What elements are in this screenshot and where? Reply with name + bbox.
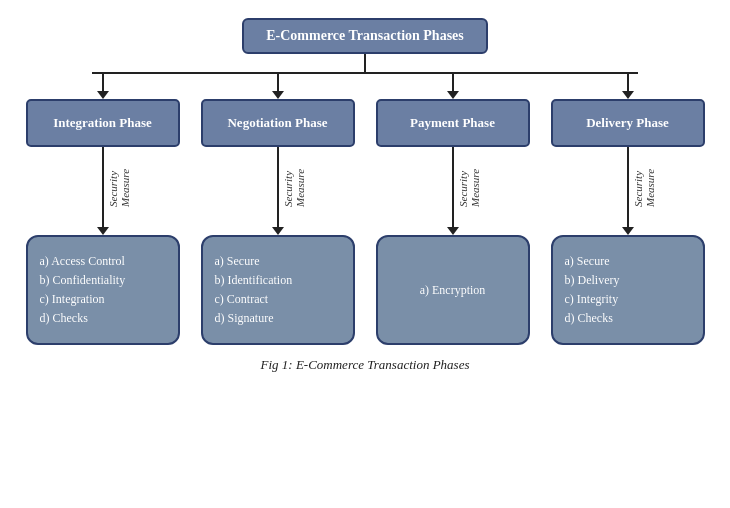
- security-connector-integration: SecurityMeasure: [26, 147, 180, 227]
- phase-box-payment: Payment Phase: [376, 99, 530, 147]
- branches-row: Integration Phase SecurityMeasure a) Acc…: [15, 74, 715, 345]
- security-section-integration: SecurityMeasure: [26, 147, 180, 235]
- branch-negotiation: Negotiation Phase SecurityMeasure a) Sec…: [201, 74, 355, 345]
- branch-payment: Payment Phase SecurityMeasure a) Encrypt…: [376, 74, 530, 345]
- branch-line-integration: [102, 74, 104, 92]
- detail-negotiation-d: d) Signature: [215, 311, 341, 326]
- branch-integration: Integration Phase SecurityMeasure a) Acc…: [26, 74, 180, 345]
- arrow-security-integration: [97, 227, 109, 235]
- security-label-payment: SecurityMeasure: [457, 151, 481, 225]
- diagram-container: E-Commerce Transaction Phases Integratio…: [5, 0, 725, 383]
- security-section-payment: SecurityMeasure: [376, 147, 530, 235]
- arrow-security-delivery: [622, 227, 634, 235]
- security-connector-delivery: SecurityMeasure: [551, 147, 705, 227]
- detail-box-negotiation: a) Secure b) Identification c) Contract …: [201, 235, 355, 345]
- detail-delivery-a: a) Secure: [565, 254, 691, 269]
- horizontal-line: [15, 72, 715, 74]
- security-connector-negotiation: SecurityMeasure: [201, 147, 355, 227]
- arrow-payment: [447, 91, 459, 99]
- branch-line-negotiation: [277, 74, 279, 92]
- detail-payment-a: a) Encryption: [420, 283, 486, 298]
- detail-integration-a: a) Access Control: [40, 254, 166, 269]
- arrow-negotiation: [272, 91, 284, 99]
- detail-integration-b: b) Confidentiality: [40, 273, 166, 288]
- detail-negotiation-a: a) Secure: [215, 254, 341, 269]
- detail-delivery-d: d) Checks: [565, 311, 691, 326]
- security-label-integration: SecurityMeasure: [107, 151, 131, 225]
- phase-box-delivery: Delivery Phase: [551, 99, 705, 147]
- detail-integration-c: c) Integration: [40, 292, 166, 307]
- root-line-down: [364, 54, 366, 72]
- v-line-payment: [452, 147, 454, 227]
- security-label-delivery: SecurityMeasure: [632, 151, 656, 225]
- arrow-security-negotiation: [272, 227, 284, 235]
- arrow-security-payment: [447, 227, 459, 235]
- detail-delivery-b: b) Delivery: [565, 273, 691, 288]
- v-line-delivery: [627, 147, 629, 227]
- detail-negotiation-c: c) Contract: [215, 292, 341, 307]
- security-section-delivery: SecurityMeasure: [551, 147, 705, 235]
- security-label-negotiation: SecurityMeasure: [282, 151, 306, 225]
- arrow-integration: [97, 91, 109, 99]
- v-line-negotiation: [277, 147, 279, 227]
- root-box: E-Commerce Transaction Phases: [242, 18, 488, 54]
- branch-delivery: Delivery Phase SecurityMeasure a) Secure…: [551, 74, 705, 345]
- figure-caption: Fig 1: E-Commerce Transaction Phases: [261, 357, 470, 373]
- security-connector-payment: SecurityMeasure: [376, 147, 530, 227]
- detail-negotiation-b: b) Identification: [215, 273, 341, 288]
- detail-integration-d: d) Checks: [40, 311, 166, 326]
- detail-box-payment: a) Encryption: [376, 235, 530, 345]
- branch-line-payment: [452, 74, 454, 92]
- phase-box-negotiation: Negotiation Phase: [201, 99, 355, 147]
- v-line-integration: [102, 147, 104, 227]
- branch-line-delivery: [627, 74, 629, 92]
- detail-delivery-c: c) Integrity: [565, 292, 691, 307]
- phase-box-integration: Integration Phase: [26, 99, 180, 147]
- arrow-delivery: [622, 91, 634, 99]
- detail-box-delivery: a) Secure b) Delivery c) Integrity d) Ch…: [551, 235, 705, 345]
- detail-box-integration: a) Access Control b) Confidentiality c) …: [26, 235, 180, 345]
- security-section-negotiation: SecurityMeasure: [201, 147, 355, 235]
